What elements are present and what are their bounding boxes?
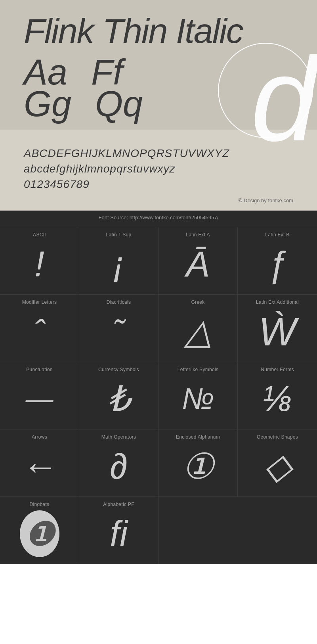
glyph-cell-currency: Currency Symbols ₺ (79, 362, 158, 429)
glyph-cell-letterlike: Letterlike Symbols № (158, 362, 238, 429)
glyph-label-currency: Currency Symbols (98, 367, 139, 372)
glyph-label-enclosed: Enclosed Alphanum (176, 434, 220, 440)
hero-pair-gg: Gg (24, 86, 71, 122)
glyph-cell-dingbats: Dingbats ❶ (0, 497, 79, 564)
glyph-cell-geometric: Geometric Shapes ◇ (238, 429, 317, 497)
glyph-char-currency: ₺ (107, 376, 130, 422)
glyph-char-enclosed: ① (182, 443, 214, 489)
glyph-char-ascii: ! (34, 241, 44, 287)
glyph-cell-diacriticals: Diacriticals ˜ (79, 295, 158, 362)
dark-section: Font Source: http://www.fontke.com/font/… (0, 211, 317, 564)
glyph-label-geometric: Geometric Shapes (257, 434, 298, 440)
glyph-cell-empty1 (158, 497, 238, 564)
glyph-label-punctuation: Punctuation (26, 367, 53, 372)
glyph-label-latinextb: Latin Ext B (265, 232, 289, 238)
glyph-label-ascii: ASCII (33, 232, 46, 238)
glyph-cell-greek: Greek △ (158, 295, 238, 362)
glyph-label-letterlike: Letterlike Symbols (178, 367, 218, 372)
glyph-label-alphabeticpf: Alphabetic PF (103, 502, 134, 507)
glyph-cell-numberforms: Number Forms ⅛ (238, 362, 317, 429)
alphabet-digits: 0123456789 (24, 176, 293, 192)
glyph-cell-latin1sup: Latin 1 Sup ¡ (79, 227, 158, 295)
glyph-cell-punctuation: Punctuation — (0, 362, 79, 429)
glyph-label-dingbats: Dingbats (30, 502, 50, 507)
glyph-cell-latinextadd: Latin Ext Additional Ẁ (238, 295, 317, 362)
glyph-cell-latinextb: Latin Ext B ƒ (238, 227, 317, 295)
glyph-cell-latinexta: Latin Ext A Ā (158, 227, 238, 295)
glyph-label-mathops: Math Operators (101, 434, 136, 440)
glyph-cell-enclosed: Enclosed Alphanum ① (158, 429, 238, 497)
glyph-char-diacriticals: ˜ (113, 308, 124, 355)
font-source: Font Source: http://www.fontke.com/font/… (0, 211, 317, 227)
glyph-label-diacriticals: Diacriticals (107, 299, 131, 305)
glyph-char-latin1sup: ¡ (113, 241, 125, 287)
glyph-label-numberforms: Number Forms (261, 367, 294, 372)
glyph-char-arrows: ← (22, 443, 57, 489)
glyph-char-latinexta: Ā (186, 241, 210, 287)
glyph-char-numberforms: ⅛ (262, 376, 292, 422)
glyph-cell-alphabeticpf: Alphabetic PF ﬁ (79, 497, 158, 564)
glyph-char-letterlike: № (182, 376, 214, 422)
glyph-char-alphabeticpf: ﬁ (110, 510, 128, 557)
glyph-label-arrows: Arrows (32, 434, 47, 440)
glyph-label-latin1sup: Latin 1 Sup (106, 232, 131, 238)
glyph-grid: ASCII ! Latin 1 Sup ¡ Latin Ext A Ā Lati… (0, 227, 317, 564)
glyph-label-latinexta: Latin Ext A (186, 232, 210, 238)
hero-section: Flink Thin Italic Aa Ff Gg Qq d (0, 0, 317, 130)
glyph-char-modifier: ˆ (34, 308, 45, 355)
glyph-label-greek: Greek (191, 299, 204, 305)
glyph-cell-modifier: Modifier Letters ˆ (0, 295, 79, 362)
glyph-char-geometric: ◇ (264, 443, 291, 489)
glyph-label-latinextadd: Latin Ext Additional (256, 299, 299, 305)
hero-pair-qq: Qq (95, 86, 143, 122)
glyph-cell-arrows: Arrows ← (0, 429, 79, 497)
glyph-cell-mathops: Math Operators ∂ (79, 429, 158, 497)
glyph-char-greek: △ (184, 308, 212, 355)
glyph-char-latinextb: ƒ (267, 241, 287, 287)
glyph-label-modifier: Modifier Letters (22, 299, 57, 305)
glyph-char-latinextadd: Ẁ (259, 308, 296, 355)
copyright-text: © Design by fontke.com (24, 196, 293, 207)
glyph-char-dingbats: ❶ (20, 510, 59, 557)
glyph-char-punctuation: — (26, 376, 53, 422)
glyph-char-mathops: ∂ (110, 443, 127, 489)
glyph-cell-empty2 (238, 497, 317, 564)
hero-large-d: d (251, 40, 317, 159)
glyph-cell-ascii: ASCII ! (0, 227, 79, 295)
